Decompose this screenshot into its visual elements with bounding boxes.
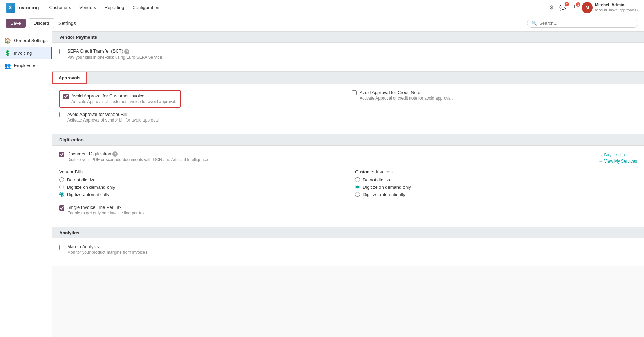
avoid-vendor-bill-label: Avoid Approval for Vendor Bill: [67, 112, 160, 117]
search-icon: 🔍: [532, 21, 537, 26]
messages-button[interactable]: 💬 2: [558, 3, 568, 12]
sepa-text: SEPA Credit Transfer (SCT) ? Pay your bi…: [67, 48, 162, 60]
single-invoice-label: Single Invoice Line Per Tax: [67, 205, 144, 210]
vendor-payments-header: Vendor Payments: [52, 31, 644, 43]
single-invoice-checkbox[interactable]: [59, 205, 64, 211]
avoid-customer-invoice-label: Avoid Approval for Customer Invoice: [71, 93, 176, 99]
save-button[interactable]: Save: [6, 19, 26, 28]
single-invoice-text: Single Invoice Line Per Tax Enable to ge…: [67, 205, 144, 215]
employees-icon: 👥: [4, 62, 11, 69]
sepa-checkbox[interactable]: [59, 49, 64, 54]
vendor-bills-title: Vendor Bills: [59, 169, 341, 174]
vendor-bills-demand-radio[interactable]: [59, 185, 64, 189]
search-box: 🔍: [527, 19, 638, 28]
customer-invoices-auto-radio[interactable]: [355, 192, 360, 197]
app-name: Invoicing: [17, 5, 39, 10]
avoid-credit-note-checkbox[interactable]: [352, 90, 357, 95]
avoid-credit-note-desc: Activate Approval of credit note for avo…: [360, 96, 453, 101]
approvals-tab[interactable]: Approvals: [52, 72, 87, 84]
general-settings-icon: 🏠: [4, 37, 11, 44]
customer-invoices-demand-radio[interactable]: [355, 185, 360, 189]
user-info[interactable]: M Mitchell Admin account_move_approvals1…: [582, 2, 638, 13]
margin-analysis-checkbox[interactable]: [59, 245, 64, 250]
customer-invoices-radio-none: Do not digitize: [355, 177, 637, 182]
doc-digit-left: Document Digitization ? Digitize your PD…: [59, 151, 592, 164]
vendor-bills-none-label: Do not digitize: [67, 177, 95, 182]
vendor-bills-radio-demand: Digitize on demand only: [59, 185, 341, 190]
vendor-bills-auto-radio[interactable]: [59, 192, 64, 197]
customer-invoices-auto-label: Digitize automatically: [363, 192, 405, 197]
nav-right: ⚙ 💬 2 ⏱ 1 M Mitchell Admin account_move_…: [548, 2, 638, 13]
invoicing-icon: 💲: [4, 49, 11, 56]
sepa-label: SEPA Credit Transfer (SCT) ?: [67, 48, 162, 54]
discard-button[interactable]: Discard: [29, 18, 54, 28]
avoid-credit-note-setting: Avoid Approval for Credit Note Activate …: [352, 90, 637, 101]
page-title: Settings: [58, 21, 76, 26]
top-nav: S Invoicing Customers Vendors Reporting …: [0, 0, 644, 15]
digitization-header: Digitization: [52, 134, 644, 146]
nav-configuration[interactable]: Configuration: [129, 3, 163, 11]
vendor-bills-radio-none: Do not digitize: [59, 177, 341, 182]
nav-reporting[interactable]: Reporting: [101, 3, 127, 11]
sepa-description: Pay your bills in one-click using Euro S…: [67, 55, 162, 60]
customer-invoices-radio-demand: Digitize on demand only: [355, 185, 637, 190]
doc-digit-description: Digitize your PDF or scanned documents w…: [67, 157, 208, 162]
vendor-bills-radio-auto: Digitize automatically: [59, 192, 341, 197]
vendor-payments-body: SEPA Credit Transfer (SCT) ? Pay your bi…: [52, 43, 644, 71]
approvals-grid: Avoid Approval for Customer Invoice Acti…: [59, 90, 637, 128]
sidebar-item-invoicing[interactable]: 💲 Invoicing: [0, 47, 52, 59]
sepa-help-icon[interactable]: ?: [124, 49, 129, 54]
user-name: Mitchell Admin: [595, 2, 638, 8]
sidebar-label-general-settings: General Settings: [14, 38, 48, 43]
document-digitization-row: Document Digitization ? Digitize your PD…: [59, 151, 637, 164]
vendor-bills-none-radio[interactable]: [59, 177, 64, 182]
approvals-body: Avoid Approval for Customer Invoice Acti…: [52, 84, 644, 134]
app-logo[interactable]: S Invoicing: [6, 3, 39, 13]
sepa-checkbox-wrap: [59, 49, 64, 55]
sidebar-item-general-settings[interactable]: 🏠 General Settings: [0, 34, 52, 47]
vendor-bills-demand-label: Digitize on demand only: [67, 185, 115, 190]
logo-icon: S: [6, 3, 15, 13]
analytics-body: Margin Analysis Monitor your product mar…: [52, 238, 644, 266]
customer-invoices-title: Customer Invoices: [355, 169, 637, 174]
sidebar-item-employees[interactable]: 👥 Employees: [0, 59, 52, 72]
avoid-vendor-bill-text: Avoid Approval for Vendor Bill Activate …: [67, 112, 160, 123]
avoid-credit-note-checkbox-wrap: [352, 90, 357, 96]
alerts-badge: 1: [576, 2, 580, 7]
avoid-vendor-bill-checkbox[interactable]: [59, 112, 64, 117]
avoid-customer-invoice-desc: Activate Approval of customer invoice fo…: [71, 99, 176, 104]
analytics-header: Analytics: [52, 227, 644, 238]
avoid-customer-invoice-text: Avoid Approval for Customer Invoice Acti…: [71, 93, 176, 104]
nav-vendors[interactable]: Vendors: [76, 3, 100, 11]
margin-analysis-setting: Margin Analysis Monitor your product mar…: [59, 244, 637, 255]
gear-button[interactable]: ⚙: [548, 3, 555, 12]
search-input[interactable]: [539, 21, 634, 26]
avoid-customer-invoice-checkbox[interactable]: [63, 94, 69, 99]
avoid-vendor-bill-desc: Activate Approval of vendor bill for avo…: [67, 118, 160, 123]
avoid-credit-note-text: Avoid Approval for Credit Note Activate …: [360, 90, 453, 101]
approvals-right-col: Avoid Approval for Credit Note Activate …: [352, 90, 637, 128]
single-invoice-setting: Single Invoice Line Per Tax Enable to ge…: [59, 205, 637, 215]
customer-invoices-none-radio[interactable]: [355, 177, 360, 182]
margin-analysis-label: Margin Analysis: [67, 244, 147, 249]
customer-invoices-col: Customer Invoices Do not digitize Digiti…: [355, 169, 637, 199]
sidebar-label-invoicing: Invoicing: [14, 50, 32, 56]
document-digitization-checkbox[interactable]: [59, 152, 64, 157]
approvals-header-row: Approvals: [52, 71, 644, 84]
nav-customers[interactable]: Customers: [46, 3, 74, 11]
nav-items: Customers Vendors Reporting Configuratio…: [46, 3, 547, 11]
view-services-link[interactable]: → View My Services: [599, 159, 637, 164]
avoid-vendor-bill-setting: Avoid Approval for Vendor Bill Activate …: [59, 112, 345, 123]
avoid-credit-note-label: Avoid Approval for Credit Note: [360, 90, 453, 95]
user-details: Mitchell Admin account_move_approvals17: [595, 2, 638, 13]
avoid-vendor-bill-checkbox-wrap: [59, 112, 64, 118]
buy-credits-link[interactable]: → Buy credits: [599, 152, 637, 157]
doc-digit-help-icon[interactable]: ?: [112, 151, 118, 157]
customer-invoices-radio-auto: Digitize automatically: [355, 192, 637, 197]
alerts-button[interactable]: ⏱ 1: [571, 3, 579, 12]
vendor-bills-auto-label: Digitize automatically: [67, 192, 109, 197]
customer-invoice-highlight-box: Avoid Approval for Customer Invoice Acti…: [59, 90, 181, 108]
sidebar: 🏠 General Settings 💲 Invoicing 👥 Employe…: [0, 31, 52, 337]
doc-digit-text: Document Digitization ? Digitize your PD…: [67, 151, 208, 163]
digitization-links: → Buy credits → View My Services: [599, 152, 637, 164]
